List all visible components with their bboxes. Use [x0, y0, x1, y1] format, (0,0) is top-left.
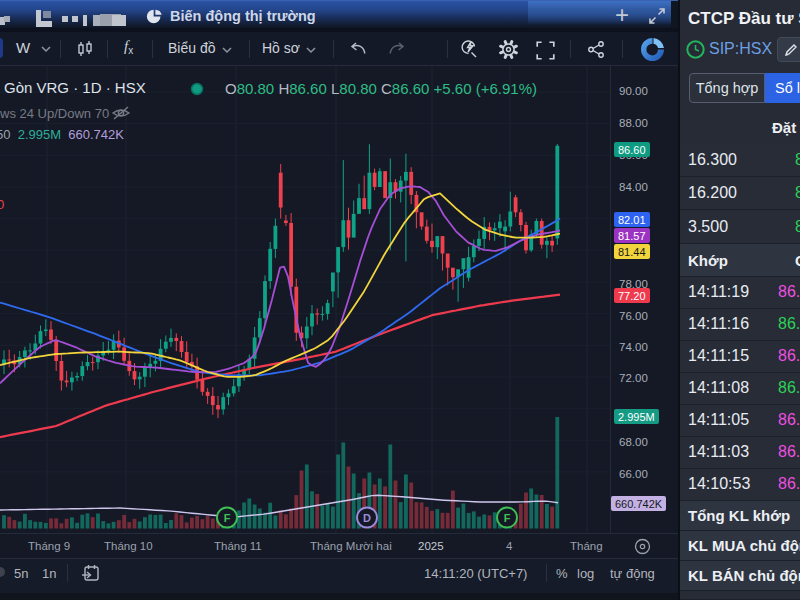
svg-text:F: F [504, 512, 511, 524]
svg-text:F: F [224, 512, 231, 524]
svg-text:D: D [363, 512, 371, 524]
